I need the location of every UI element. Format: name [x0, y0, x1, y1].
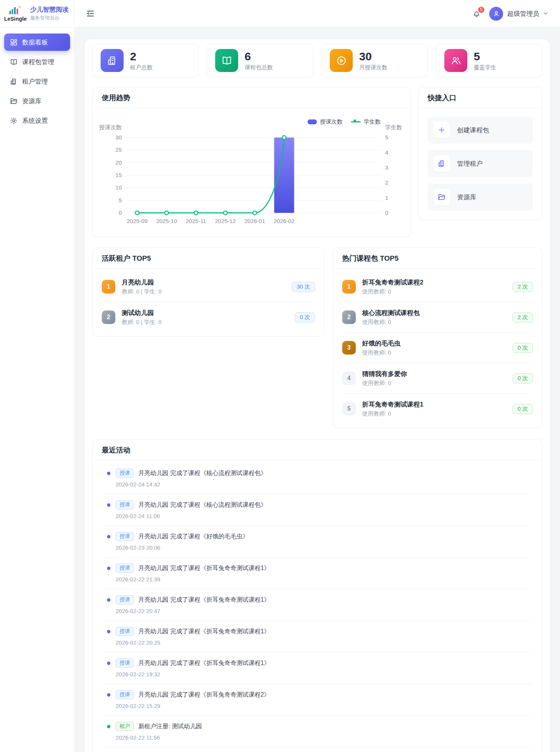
- activity-time: 2026-02-22 19:32: [116, 671, 533, 677]
- course-sub: 使用教师: 0: [362, 319, 513, 326]
- activity-dot: [107, 472, 110, 475]
- activity-item: 授课 月亮幼儿园 完成了课程《折耳兔奇奇测试课程1》 2026-02-22 20…: [102, 621, 533, 653]
- activity-dot: [107, 503, 110, 507]
- legend-bar-marker: [308, 119, 317, 124]
- person-icon: [493, 10, 500, 17]
- legend-item-students[interactable]: 学生数: [351, 118, 381, 125]
- svg-text:0: 0: [385, 209, 388, 216]
- sidebar-menu: 数据看板 课程包管理 租户管理: [0, 28, 74, 138]
- content: 2 租户总数 6 课程包总数: [75, 28, 560, 752]
- activity-dot: [107, 725, 110, 728]
- activity-item: 授课 月亮幼儿园 完成了课程《折耳兔奇奇测试课程1》 2026-02-22 20…: [102, 589, 533, 621]
- avatar[interactable]: [489, 7, 503, 21]
- stat-value: 2: [130, 50, 153, 63]
- chevron-down-icon[interactable]: [543, 11, 549, 17]
- notifications-button[interactable]: 5: [472, 9, 481, 18]
- usage-count-badge: 0 次: [513, 404, 533, 414]
- activity-item: 租户 新租户注册: 测试幼儿园 2026-02-22 11:56: [102, 716, 533, 747]
- rank-badge: 4: [342, 371, 356, 385]
- tenant-sub: 教师: 0 | 学生: 0: [122, 319, 295, 326]
- course-sub: 使用教师: 0: [362, 288, 513, 295]
- stat-card-monthly-sessions: 30 月授课次数: [321, 44, 428, 77]
- activity-item: 授课 月亮幼儿园 完成了课程《折耳兔奇奇测试课程2》 2026-02-22 15…: [102, 684, 533, 716]
- stat-value: 6: [245, 50, 273, 63]
- activity-time: 2026-02-22 20:25: [116, 639, 533, 646]
- activity-type-badge: 授课: [116, 500, 134, 509]
- course-name: 折耳兔奇奇测试课程1: [362, 400, 513, 409]
- brand-block: 少儿智慧阅读 服务管理后台: [30, 6, 69, 21]
- top5-row: 活跃租户 TOP5 1 月亮幼儿园 教师: 0 | 学生: 0 30 次: [92, 248, 542, 428]
- course-sub: 使用教师: 0: [362, 349, 513, 356]
- recent-activity-card: 最近活动 授课 月亮幼儿园 完成了课程《核心流程测试课程包》 2026-02-2…: [92, 439, 542, 752]
- brand-subtitle: 服务管理后台: [30, 15, 69, 21]
- activity-type-badge: 授课: [116, 469, 134, 478]
- svg-text:5: 5: [385, 134, 388, 141]
- card-title: 使用趋势: [102, 94, 130, 102]
- quick-entry-resources[interactable]: 资源库: [428, 183, 533, 211]
- stat-value: 5: [474, 50, 496, 63]
- topbar: 5 超级管理员: [75, 0, 560, 28]
- quick-entry-create-package[interactable]: 创建课程包: [428, 116, 533, 144]
- quick-entry-label: 资源库: [457, 193, 476, 202]
- svg-text:4: 4: [385, 149, 388, 156]
- activity-dot: [107, 567, 110, 570]
- activity-item: 授课 月亮幼儿园 完成了课程《核心流程测试课程包》 2026-02-24 11:…: [102, 494, 533, 526]
- gear-icon: [9, 116, 18, 125]
- tenant-name: 月亮幼儿园: [122, 278, 292, 287]
- list-item: 4 猜猜我有多爱你 使用教师: 0 0 次: [342, 363, 533, 394]
- building-icon: [9, 77, 18, 86]
- course-sub: 使用教师: 0: [362, 410, 513, 417]
- usage-count-badge: 0 次: [513, 373, 533, 384]
- sidebar-item-dashboard[interactable]: 数据看板: [4, 34, 70, 51]
- sidebar-header: LeSingle 少儿智慧阅读 服务管理后台: [0, 0, 74, 28]
- svg-text:0: 0: [119, 209, 122, 216]
- sidebar-item-resources[interactable]: 资源库: [4, 92, 70, 110]
- play-circle-icon: [330, 49, 353, 72]
- stat-label: 租户总数: [130, 64, 153, 71]
- svg-text:2025-12: 2025-12: [215, 218, 236, 224]
- activity-dot: [107, 630, 110, 633]
- username[interactable]: 超级管理员: [507, 9, 539, 18]
- brand-title: 少儿智慧阅读: [30, 6, 69, 14]
- legend-item-sessions[interactable]: 授课次数: [308, 118, 343, 125]
- activity-text: 月亮幼儿园 完成了课程《折耳兔奇奇测试课程2》: [138, 691, 270, 699]
- card-title: 热门课程包 TOP5: [342, 254, 399, 262]
- chart-legend: 授课次数 学生数: [308, 118, 381, 125]
- building-icon: [433, 155, 450, 172]
- svg-text:10: 10: [115, 184, 122, 191]
- svg-text:30: 30: [115, 134, 122, 141]
- sidebar: LeSingle 少儿智慧阅读 服务管理后台 数据看板: [0, 0, 75, 752]
- plus-icon: [433, 122, 450, 138]
- activity-type-badge: 授课: [116, 659, 134, 668]
- logo-text: LeSingle: [4, 16, 27, 22]
- svg-text:学生数: 学生数: [385, 124, 402, 130]
- list-item: 5 折耳兔奇奇测试课程1 使用教师: 0 0 次: [342, 394, 533, 424]
- building-icon: [101, 49, 124, 72]
- sidebar-item-label: 课程包管理: [22, 58, 54, 66]
- sidebar-item-tenants[interactable]: 租户管理: [4, 73, 70, 90]
- hot-courses-list: 1 折耳兔奇奇测试课程2 使用教师: 0 2 次 2 核心流程测试: [333, 269, 542, 428]
- stat-cards: 2 租户总数 6 课程包总数: [92, 44, 542, 77]
- activity-type-badge: 授课: [116, 690, 134, 699]
- legend-line-marker: [351, 119, 361, 124]
- activity-item: 授课 月亮幼儿园 完成了课程《核心流程测试课程包》 2026-02-24 14:…: [102, 463, 533, 494]
- sidebar-item-settings[interactable]: 系统设置: [4, 112, 70, 129]
- trend-chart: 051015202530012345授课次数学生数2025-092025-102…: [93, 108, 411, 227]
- activity-time: 2026-02-23 20:06: [116, 544, 533, 551]
- brand-logo: LeSingle: [5, 6, 26, 22]
- stat-card-students: 5 覆盖学生: [436, 44, 542, 77]
- sidebar-item-course-packages[interactable]: 课程包管理: [4, 53, 70, 70]
- quick-entry-manage-tenants[interactable]: 管理租户: [428, 150, 533, 177]
- stat-label: 月授课次数: [359, 64, 387, 71]
- sidebar-collapse-icon[interactable]: [86, 9, 95, 18]
- activity-text: 新租户注册: 测试幼儿园: [138, 723, 202, 731]
- activity-text: 月亮幼儿园 完成了课程《核心流程测试课程包》: [138, 501, 266, 509]
- usage-count-badge: 0 次: [295, 312, 315, 323]
- svg-text:2: 2: [385, 179, 388, 186]
- rank-badge: 2: [342, 310, 356, 324]
- activity-text: 月亮幼儿园 完成了课程《折耳兔奇奇测试课程1》: [138, 659, 270, 667]
- quick-entry-list: 创建课程包 管理租户: [419, 108, 542, 220]
- activity-type-badge: 授课: [116, 564, 134, 573]
- rank-badge: 2: [102, 310, 115, 324]
- svg-text:20: 20: [115, 159, 122, 166]
